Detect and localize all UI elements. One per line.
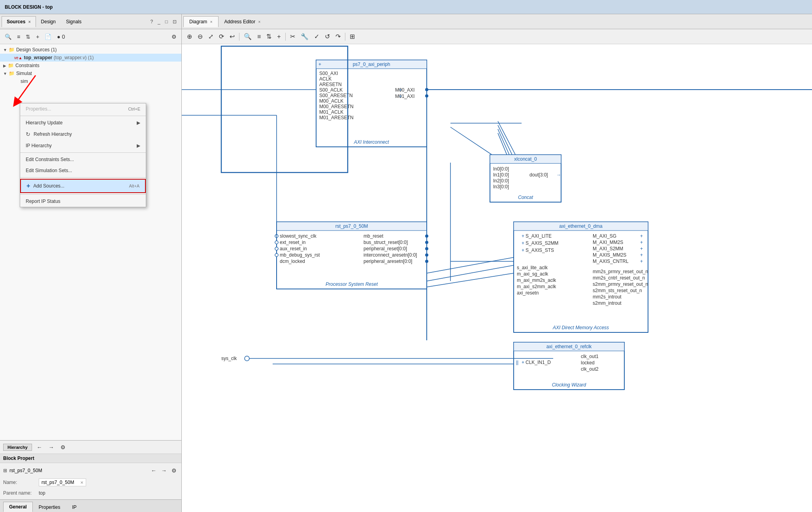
rst-ps7-block[interactable]: rst_ps7_0_50M slowest_sync_clk ext_reset… (275, 222, 428, 289)
svg-text:interconnect_aresetn[0:0]: interconnect_aresetn[0:0] (364, 252, 417, 258)
address-editor-tab-close[interactable]: × (258, 20, 261, 24)
block-next-button[interactable]: → (160, 467, 168, 474)
menu-edit-constraints[interactable]: Edit Constraints Sets... (20, 154, 146, 165)
tab-general[interactable]: General (3, 502, 33, 512)
ip-hierarchy-label: IP Hierarchy (26, 143, 52, 148)
xlconcat-block[interactable]: xlconcat_0 In0[0:0] In1[0:0] In2[0:0] In… (490, 155, 561, 202)
tab-ip[interactable]: IP (66, 502, 82, 512)
ps7-axi-periph-block[interactable]: ps7_0_axi_periph + S00_AXI ACLK ARESETN … (316, 60, 428, 147)
tab-diagram[interactable]: Diagram × (183, 16, 219, 27)
axi-ethernet-refclk-block[interactable]: axi_ethernet_0_refclk + CLK_IN1_D || clk… (514, 342, 624, 390)
svg-text:+: + (640, 233, 643, 239)
diagram-svg: ps7_0_axi_periph + S00_AXI ACLK ARESETN … (182, 44, 812, 486)
reload-button[interactable]: ↺ (323, 32, 332, 41)
tab-address-editor[interactable]: Address Editor × (219, 16, 267, 27)
tools-button[interactable]: 🔧 (299, 32, 311, 41)
hierarchy-update-arrow: ▶ (137, 120, 140, 126)
svg-text:S00_ACLK: S00_ACLK (319, 87, 343, 93)
menu-properties[interactable]: Properties... Ctrl+E (20, 103, 146, 114)
zoom-in-button[interactable]: ⊕ (185, 32, 194, 41)
svg-text:+: + (640, 240, 643, 245)
block-prev-button[interactable]: ← (149, 467, 158, 474)
svg-text:+: + (640, 259, 643, 264)
zoom-out-button[interactable]: ⊖ (196, 32, 205, 41)
svg-text:+: + (399, 87, 402, 93)
svg-text:mm2s_cntrl_reset_out_n: mm2s_cntrl_reset_out_n (593, 275, 645, 281)
tab-sources[interactable]: Sources × (2, 16, 36, 27)
menu-edit-simulation[interactable]: Edit Simulation Sets... (20, 165, 146, 176)
constraints-arrow: ▶ (3, 64, 6, 68)
menu-add-sources[interactable]: + Add Sources... Alt+A (20, 179, 146, 193)
svg-text:clk_out2: clk_out2 (581, 366, 599, 372)
sim-item[interactable]: sim (0, 77, 181, 85)
menu-ip-hierarchy[interactable]: IP Hierarchy ▶ (20, 140, 146, 151)
diagram-canvas[interactable]: ps7_0_axi_periph + S00_AXI ACLK ARESETN … (182, 44, 812, 512)
search-button[interactable]: 🔍 (3, 33, 13, 41)
expand-all-button[interactable]: ⇅ (264, 32, 273, 41)
block-name-row: ⊞ rst_ps7_0_50M ← → ⚙ (0, 465, 181, 476)
edit-simulation-label: Edit Simulation Sets... (26, 168, 72, 173)
svg-text:ARESETN: ARESETN (319, 82, 342, 87)
name-value-field[interactable]: rst_ps7_0_50M ✕ (39, 478, 86, 486)
diagram-tab-close[interactable]: × (210, 20, 213, 24)
settings-button[interactable]: ⚙ (170, 33, 178, 41)
hierarchy-bar: Hierarchy ← → ⚙ (0, 441, 181, 454)
block-prop-settings[interactable]: ⚙ (170, 467, 178, 474)
design-sources-section[interactable]: ▼ 📁 Design Sources (1) (0, 46, 181, 54)
add-ip-button[interactable]: + (275, 32, 283, 41)
top-wrapper-name: top_wrapper (top_wrapper.v) (1) (24, 55, 94, 60)
help-icon[interactable]: ? (149, 18, 154, 25)
axi-ethernet-dma-block[interactable]: axi_ethernet_0_dma + S_AXI_LITE + S_AXIS… (514, 222, 648, 332)
add-sources-label: Add Sources... (33, 183, 64, 189)
edit-constraints-label: Edit Constraints Sets... (26, 157, 74, 162)
parent-label: Parent name: (3, 490, 39, 496)
title-text: BLOCK DESIGN - top (5, 4, 53, 10)
add-button[interactable]: + (34, 33, 41, 41)
tab-design[interactable]: Design (36, 16, 61, 27)
sources-tab-close[interactable]: × (28, 20, 31, 24)
layout-button[interactable]: ⊞ (348, 32, 357, 41)
refresh-diagram-button[interactable]: ⟳ (217, 32, 226, 41)
menu-report-ip[interactable]: Report IP Status (20, 196, 146, 207)
toolbar-separator-3 (345, 33, 345, 41)
cut-button[interactable]: ✂ (288, 32, 297, 41)
sim-name: sim (21, 79, 28, 84)
menu-hierarchy-update[interactable]: Hierarchy Update ▶ (20, 117, 146, 128)
svg-text:M01_AXI: M01_AXI (395, 94, 414, 99)
top-wrapper-item[interactable]: ve▲ top_wrapper (top_wrapper.v) (1) (0, 54, 181, 62)
title-bar: BLOCK DESIGN - top (0, 0, 812, 14)
expand-button[interactable]: ⇅ (24, 33, 32, 41)
context-menu: Properties... Ctrl+E Hierarchy Update ▶ … (20, 103, 146, 207)
fit-button[interactable]: ⤢ (206, 32, 215, 41)
hierarchy-view-button[interactable]: ≡ (255, 32, 263, 41)
validate-button[interactable]: ✓ (312, 32, 321, 41)
svg-text:In3[0:0]: In3[0:0] (493, 184, 509, 189)
constraints-section[interactable]: ▶ 📁 Constraints (0, 62, 181, 69)
search-diagram-button[interactable]: 🔍 (242, 32, 254, 41)
float-icon[interactable]: ⊡ (171, 18, 178, 25)
block-settings-button[interactable]: ⚙ (59, 443, 67, 451)
undo-diagram-button[interactable]: ↩ (228, 32, 237, 41)
nav-forward-button[interactable]: → (47, 443, 56, 451)
tab-properties[interactable]: Properties (33, 502, 66, 512)
simulation-section[interactable]: ▼ 📁 Simulat (0, 69, 181, 77)
tab-signals[interactable]: Signals (61, 16, 87, 27)
document-button[interactable]: 📄 (43, 33, 53, 41)
top-wrapper-icon: ve▲ (14, 56, 22, 60)
status-button[interactable]: ● 0 (55, 33, 66, 41)
diagram-toolbar: ⊕ ⊖ ⤢ ⟳ ↩ 🔍 ≡ ⇅ + ✂ 🔧 ✓ ↺ ↷ ⊞ (182, 29, 812, 44)
constraints-folder-icon: 📁 (8, 63, 14, 68)
simulation-folder-icon: 📁 (9, 71, 15, 76)
collapse-all-button[interactable]: ≡ (15, 33, 22, 41)
minimize-icon[interactable]: _ (156, 18, 162, 25)
constraints-label: Constraints (15, 63, 40, 68)
menu-refresh-hierarchy[interactable]: ↻ Refresh Hierarchy (20, 128, 146, 140)
nav-back-button[interactable]: ← (35, 443, 44, 451)
maximize-icon[interactable]: □ (164, 18, 170, 25)
refresh-hierarchy-label: Refresh Hierarchy (34, 131, 72, 137)
redo-button[interactable]: ↷ (333, 32, 343, 41)
properties-shortcut: Ctrl+E (128, 107, 140, 111)
name-clear-icon[interactable]: ✕ (80, 480, 83, 485)
svg-text:In2[0:0]: In2[0:0] (493, 178, 509, 184)
hierarchy-button[interactable]: Hierarchy (3, 444, 32, 451)
